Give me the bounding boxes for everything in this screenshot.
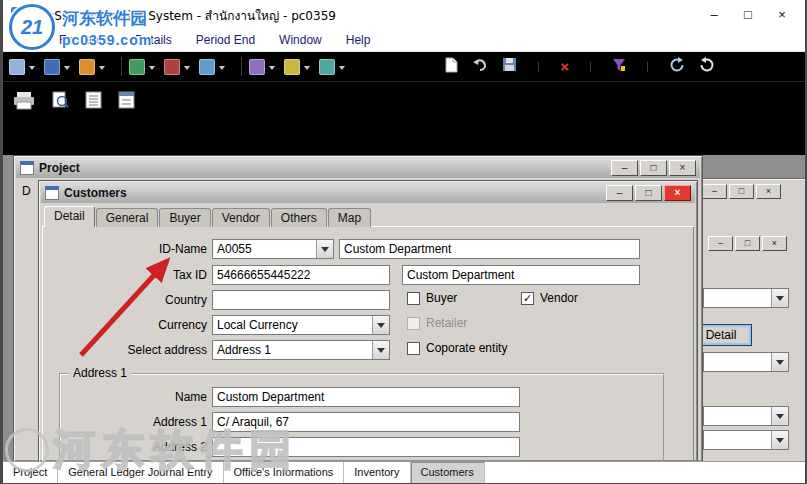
maximize-button[interactable]: □ (729, 184, 754, 199)
documents-dropdown-icon[interactable] (129, 59, 155, 75)
lookup-dropdown-icon[interactable] (249, 59, 275, 75)
buyer-checkbox-label: Buyer (426, 291, 457, 306)
corporate-entity-checkbox[interactable] (407, 342, 420, 355)
address2-input[interactable] (212, 437, 520, 457)
menu-item-functions[interactable]: Functions (55, 30, 115, 51)
settings-icon (319, 59, 335, 75)
address-name-input[interactable] (212, 387, 520, 407)
reports-dropdown-icon[interactable] (199, 59, 225, 75)
refresh-icon[interactable] (669, 57, 685, 77)
dropdown-arrow-icon[interactable] (771, 407, 788, 425)
vendor-checkbox[interactable]: ✓ (521, 292, 534, 305)
country-input[interactable] (212, 290, 390, 310)
window-title: AccStar Enterprise System - สำนักงานใหญ่… (33, 6, 336, 25)
address1-label: Address 1 (59, 412, 207, 432)
bottom-tab-offices-informations[interactable]: Office's Informations (224, 462, 345, 483)
minimize-button[interactable]: – (702, 184, 727, 199)
tax-id-input[interactable] (212, 265, 390, 285)
menu-item-help[interactable]: Help (342, 30, 375, 51)
filter-icon[interactable] (612, 58, 626, 76)
background-combo[interactable] (703, 352, 789, 372)
close-button[interactable]: × (765, 1, 799, 29)
project-window-title: Project (39, 161, 80, 175)
ledger-dropdown-icon[interactable] (44, 59, 70, 75)
close-button[interactable]: × (669, 160, 696, 176)
select-address-combo[interactable]: Address 1 (212, 340, 390, 360)
maximize-button[interactable]: □ (735, 236, 760, 251)
chevron-down-icon (269, 66, 275, 73)
close-button[interactable]: × (756, 184, 781, 199)
transactions-dropdown-icon[interactable] (164, 59, 190, 75)
print-preview-icon[interactable] (51, 91, 69, 113)
new-document-icon[interactable] (445, 57, 458, 77)
dropdown-arrow-icon[interactable] (316, 240, 333, 258)
display-dropdown-icon[interactable] (79, 59, 105, 75)
minimize-button[interactable]: – (708, 236, 733, 251)
bottom-tab-project[interactable]: Project (3, 462, 58, 483)
minimize-button[interactable]: – (697, 1, 731, 29)
display-icon (79, 59, 95, 75)
dropdown-arrow-icon[interactable] (771, 431, 788, 449)
print-icon[interactable] (13, 91, 35, 114)
select-address-combo-value: Address 1 (213, 343, 372, 357)
check-icon: ✓ (523, 292, 532, 304)
address2-label: Address 2 (59, 437, 207, 457)
chevron-down-icon (64, 66, 70, 73)
maximize-button[interactable]: □ (635, 185, 662, 201)
minimize-button[interactable]: – (606, 185, 633, 201)
company-dropdown-icon[interactable] (9, 59, 35, 75)
tab-buyer[interactable]: Buyer (159, 208, 210, 227)
tab-vendor[interactable]: Vendor (212, 208, 270, 227)
titlebar: AccStar Enterprise System - สำนักงานใหญ่… (3, 0, 805, 30)
background-combo[interactable] (703, 288, 789, 308)
save-icon[interactable] (502, 57, 517, 76)
id-name-combo[interactable]: A0055 (212, 239, 334, 259)
menu-item-details[interactable]: Details (131, 30, 176, 51)
tools-dropdown-icon[interactable] (284, 59, 310, 75)
dropdown-arrow-icon[interactable] (771, 289, 788, 307)
settings-dropdown-icon[interactable] (319, 59, 345, 75)
toolbar-separator (647, 62, 648, 72)
dropdown-arrow-icon[interactable] (372, 316, 389, 334)
close-button[interactable]: × (664, 185, 691, 201)
minimize-button[interactable]: – (611, 160, 638, 176)
currency-combo[interactable]: Local Currency (212, 315, 390, 335)
bottom-tab-inventory[interactable]: Inventory (344, 462, 410, 483)
chevron-down-icon (339, 66, 345, 73)
customers-window-titlebar[interactable]: Customers – □ × (41, 183, 695, 203)
maximize-button[interactable]: □ (731, 1, 765, 29)
buyer-checkbox[interactable] (407, 292, 420, 305)
menu-item-window[interactable]: Window (275, 30, 326, 51)
retailer-checkbox (407, 317, 420, 330)
delete-icon[interactable]: × (560, 59, 569, 75)
undo-icon[interactable] (472, 58, 488, 76)
bottom-tab-general-ledger-journal-entry[interactable]: General Ledger Journal Entry (58, 462, 223, 483)
background-combo[interactable] (703, 430, 789, 450)
address1-input[interactable] (212, 412, 520, 432)
menu-item-period-end[interactable]: Period End (192, 30, 259, 51)
project-window-icon (20, 161, 34, 175)
project-content-fragment: D (22, 184, 31, 198)
dropdown-arrow-icon[interactable] (372, 341, 389, 359)
tab-others[interactable]: Others (271, 208, 327, 227)
tax-id-secondary-input[interactable] (402, 265, 640, 285)
project-window-titlebar[interactable]: Project – □ × (16, 158, 700, 178)
bottom-tab-customers[interactable]: Customers (411, 462, 485, 483)
document-columns-icon[interactable] (85, 91, 102, 113)
tools-icon (284, 59, 300, 75)
ledger-icon (44, 59, 60, 75)
toolbar-separator (241, 57, 242, 76)
document-form-icon[interactable] (118, 91, 135, 113)
application-window: AccStar Enterprise System - สำนักงานใหญ่… (0, 0, 807, 484)
tab-general[interactable]: General (96, 208, 159, 227)
background-combo[interactable] (703, 406, 789, 426)
tab-map[interactable]: Map (328, 208, 371, 227)
maximize-button[interactable]: □ (640, 160, 667, 176)
currency-combo-value: Local Currency (213, 318, 372, 332)
background-window-controls: – □ × (708, 236, 787, 251)
sync-icon[interactable] (699, 57, 715, 77)
dropdown-arrow-icon[interactable] (771, 353, 788, 371)
close-button[interactable]: × (762, 236, 787, 251)
tab-detail[interactable]: Detail (44, 206, 95, 227)
id-name-input[interactable] (339, 239, 640, 259)
